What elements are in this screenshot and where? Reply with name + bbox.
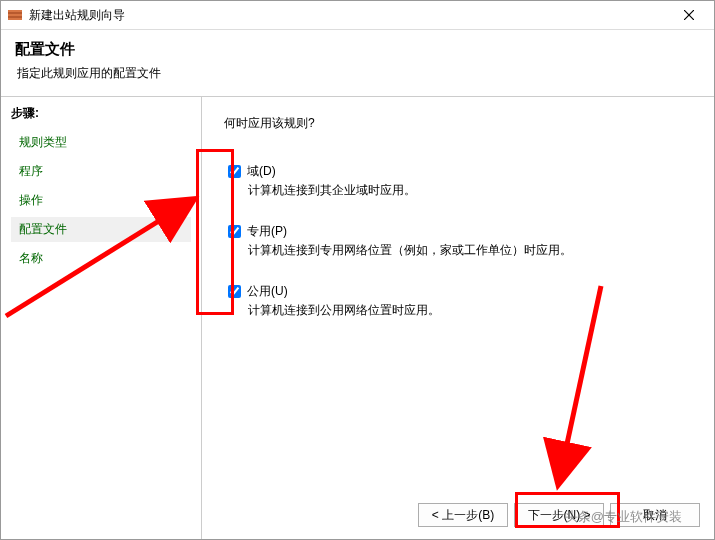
content-question: 何时应用该规则? [224, 115, 694, 132]
profile-private-label: 专用(P) [247, 223, 287, 240]
close-icon [684, 7, 694, 23]
step-link: 程序 [19, 164, 43, 178]
wizard-window: 新建出站规则向导 配置文件 指定此规则应用的配置文件 步骤: 规则类型 程序 操… [0, 0, 715, 540]
profile-public-label: 公用(U) [247, 283, 288, 300]
svg-rect-2 [8, 14, 22, 16]
step-link: 规则类型 [19, 135, 67, 149]
window-title: 新建出站规则向导 [29, 7, 668, 24]
profile-private-desc: 计算机连接到专用网络位置（例如，家或工作单位）时应用。 [228, 242, 690, 259]
titlebar: 新建出站规则向导 [1, 1, 714, 30]
close-button[interactable] [668, 2, 710, 28]
profile-domain-desc: 计算机连接到其企业域时应用。 [228, 182, 690, 199]
profile-private-row[interactable]: 专用(P) [228, 223, 690, 240]
step-profile[interactable]: 配置文件 [11, 217, 191, 242]
wizard-body: 步骤: 规则类型 程序 操作 配置文件 名称 何时应用该规则? [1, 97, 714, 539]
profile-domain-block: 域(D) 计算机连接到其企业域时应用。 [224, 160, 694, 202]
step-link: 配置文件 [19, 222, 67, 236]
page-subtitle: 指定此规则应用的配置文件 [15, 65, 700, 82]
step-program[interactable]: 程序 [11, 159, 191, 184]
step-rule-type[interactable]: 规则类型 [11, 130, 191, 155]
profile-domain-row[interactable]: 域(D) [228, 163, 690, 180]
profile-public-block: 公用(U) 计算机连接到公用网络位置时应用。 [224, 280, 694, 322]
step-link: 操作 [19, 193, 43, 207]
annotation-highlight-next [515, 492, 620, 528]
svg-rect-3 [8, 18, 22, 20]
content-pane: 何时应用该规则? 域(D) 计算机连接到其企业域时应用。 专用(P) 计算机连接… [201, 97, 714, 539]
svg-rect-1 [8, 10, 22, 12]
profile-domain-label: 域(D) [247, 163, 276, 180]
cancel-button[interactable]: 取消 [610, 503, 700, 527]
page-header: 配置文件 指定此规则应用的配置文件 [1, 30, 714, 97]
profile-public-desc: 计算机连接到公用网络位置时应用。 [228, 302, 690, 319]
profile-public-row[interactable]: 公用(U) [228, 283, 690, 300]
firewall-icon [7, 7, 23, 23]
page-title: 配置文件 [15, 40, 700, 59]
step-link: 名称 [19, 251, 43, 265]
steps-sidebar: 步骤: 规则类型 程序 操作 配置文件 名称 [1, 97, 201, 539]
back-button[interactable]: < 上一步(B) [418, 503, 508, 527]
profile-private-block: 专用(P) 计算机连接到专用网络位置（例如，家或工作单位）时应用。 [224, 220, 694, 262]
annotation-highlight-checkboxes [196, 149, 234, 315]
step-name[interactable]: 名称 [11, 246, 191, 271]
step-action[interactable]: 操作 [11, 188, 191, 213]
steps-label: 步骤: [11, 105, 191, 122]
